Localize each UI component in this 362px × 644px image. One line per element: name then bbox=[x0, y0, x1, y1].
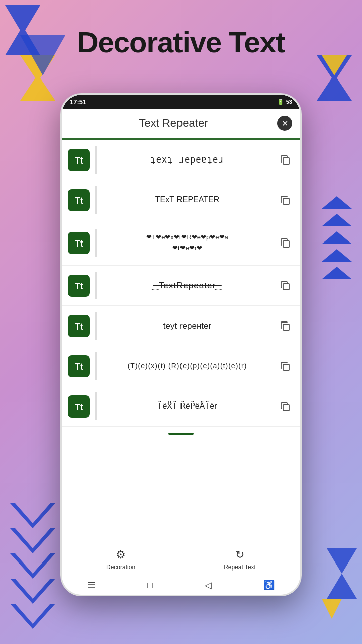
svg-text:Tt: Tt bbox=[75, 281, 83, 291]
item-icon-4: Tt bbox=[68, 275, 90, 297]
accessibility-button[interactable]: ♿ bbox=[263, 580, 275, 591]
copy-button-5[interactable] bbox=[276, 317, 294, 335]
copy-button-4[interactable] bbox=[276, 277, 294, 295]
svg-text:Tt: Tt bbox=[75, 402, 83, 412]
right-arrows-decoration bbox=[322, 196, 352, 307]
nav-decoration[interactable]: ⚙ Decoration bbox=[96, 546, 145, 573]
svg-marker-11 bbox=[10, 528, 55, 553]
svg-rect-26 bbox=[283, 324, 289, 330]
svg-marker-6 bbox=[322, 214, 352, 226]
repeat-icon: ↻ bbox=[235, 548, 244, 561]
item-icon-1: Tt bbox=[68, 149, 90, 171]
page-title: Decorative Text bbox=[0, 25, 362, 59]
status-bar: 17:51 🔋 53 bbox=[62, 95, 300, 109]
svg-rect-24 bbox=[283, 284, 289, 290]
list-item: Tt ❤T❤e❤x❤t❤R❤e❤p❤e❤a❤t❤e❤r❤ bbox=[62, 220, 300, 266]
divider-4 bbox=[95, 272, 97, 299]
item-text-2: TExT REPEATER bbox=[102, 194, 273, 205]
nav-repeat-text[interactable]: ↻ Repeat Text bbox=[214, 546, 266, 573]
item-icon-6: Tt bbox=[68, 355, 90, 377]
item-text-5: teyt repeнter bbox=[102, 320, 273, 332]
svg-rect-18 bbox=[283, 158, 289, 164]
svg-marker-16 bbox=[322, 599, 342, 619]
list-item: Tt teyt repeнter bbox=[62, 306, 300, 346]
bottom-nav: ⚙ Decoration ↻ Repeat Text bbox=[62, 542, 300, 575]
svg-text:Tt: Tt bbox=[75, 196, 83, 206]
svg-rect-28 bbox=[283, 364, 289, 370]
list-item: Tt ·͜·TextRepeater·͜· bbox=[62, 266, 300, 306]
svg-marker-14 bbox=[10, 604, 55, 629]
battery-icon: 🔋 bbox=[277, 99, 284, 105]
item-icon-3: Tt bbox=[68, 232, 90, 254]
home-nav-button[interactable]: □ bbox=[147, 580, 153, 591]
svg-marker-13 bbox=[10, 579, 55, 604]
svg-text:Tt: Tt bbox=[75, 321, 83, 332]
list-item: Tt ʇexʇ ɹepeɐʇeɹ bbox=[62, 140, 300, 180]
decoration-label: Decoration bbox=[106, 564, 135, 571]
svg-text:Tt: Tt bbox=[75, 155, 83, 166]
copy-button-1[interactable] bbox=[276, 151, 294, 169]
search-title: Text Repeater bbox=[70, 117, 277, 130]
svg-marker-5 bbox=[322, 196, 352, 209]
item-text-7: T̈ëẌT̈ R̈ëP̈ëÄT̈ër bbox=[102, 400, 273, 412]
item-text-6: (T)(e)(x)(t) (R)(e)(p)(e)(a)(t)(e)(r) bbox=[102, 361, 273, 371]
decoration-icon: ⚙ bbox=[116, 548, 126, 561]
item-icon-2: Tt bbox=[68, 189, 90, 211]
list-item: Tt (T)(e)(x)(t) (R)(e)(p)(e)(a)(t)(e)(r) bbox=[62, 346, 300, 386]
copy-button-2[interactable] bbox=[276, 191, 294, 209]
item-icon-5: Tt bbox=[68, 315, 90, 337]
list-item: Tt T̈ëẌT̈ R̈ëP̈ëÄT̈ër bbox=[62, 386, 300, 427]
status-right: 🔋 53 bbox=[277, 99, 292, 105]
scroll-indicator bbox=[62, 427, 300, 440]
menu-nav-button[interactable]: ☰ bbox=[87, 580, 96, 591]
divider-3 bbox=[95, 229, 97, 257]
divider-1 bbox=[95, 146, 97, 174]
divider-7 bbox=[95, 392, 97, 420]
system-nav: ☰ □ ◁ ♿ bbox=[62, 575, 300, 595]
text-list: Tt ʇexʇ ɹepeɐʇeɹ Tt bbox=[62, 140, 300, 542]
list-item: Tt TExT REPEATER bbox=[62, 180, 300, 220]
repeat-label: Repeat Text bbox=[224, 564, 256, 571]
search-bar[interactable]: Text Repeater ✕ bbox=[62, 109, 300, 140]
svg-rect-20 bbox=[283, 198, 289, 204]
svg-marker-9 bbox=[322, 267, 352, 279]
back-nav-button[interactable]: ◁ bbox=[205, 580, 212, 591]
svg-text:Tt: Tt bbox=[75, 362, 83, 372]
close-button[interactable]: ✕ bbox=[277, 116, 292, 131]
divider-2 bbox=[95, 186, 97, 214]
svg-marker-8 bbox=[322, 249, 352, 262]
svg-marker-10 bbox=[10, 503, 55, 528]
copy-button-3[interactable] bbox=[276, 234, 294, 252]
phone-frame: 17:51 🔋 53 Text Repeater ✕ Tt ʇexʇ ɹepeɐ… bbox=[60, 93, 302, 596]
copy-button-7[interactable] bbox=[276, 397, 294, 416]
divider-6 bbox=[95, 352, 97, 380]
svg-marker-7 bbox=[322, 231, 352, 244]
svg-marker-12 bbox=[10, 553, 55, 579]
item-text-1: ʇexʇ ɹepeɐʇeɹ bbox=[102, 154, 273, 166]
item-text-4: ·͜·TextRepeater·͜· bbox=[102, 280, 273, 292]
svg-rect-30 bbox=[283, 405, 289, 411]
status-battery: 53 bbox=[286, 99, 292, 105]
divider-5 bbox=[95, 312, 97, 340]
status-time: 17:51 bbox=[70, 98, 86, 106]
item-text-3: ❤T❤e❤x❤t❤R❤e❤p❤e❤a❤t❤e❤r❤ bbox=[102, 232, 273, 254]
item-icon-7: Tt bbox=[68, 395, 90, 418]
svg-rect-22 bbox=[283, 241, 289, 247]
svg-text:Tt: Tt bbox=[75, 238, 83, 249]
bottom-left-decoration bbox=[5, 503, 60, 634]
copy-button-6[interactable] bbox=[276, 357, 294, 375]
svg-marker-15 bbox=[327, 548, 357, 599]
